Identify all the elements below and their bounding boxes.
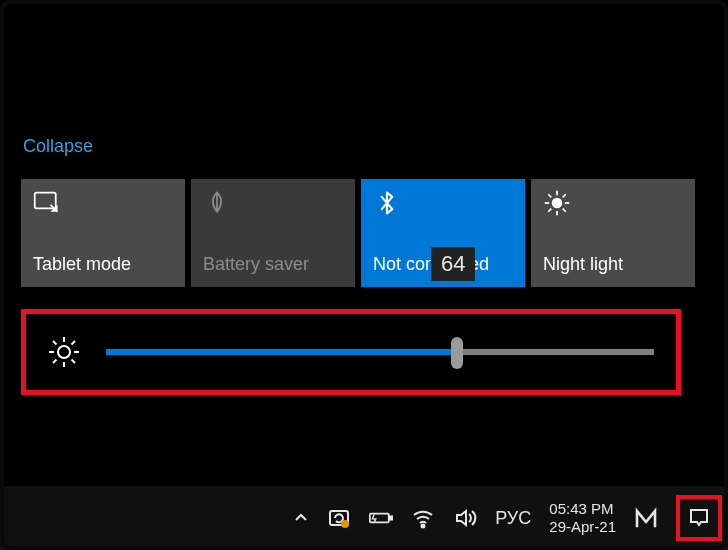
clock[interactable]: 05:43 PM 29-Apr-21 xyxy=(549,500,616,536)
tile-label: Battery saver xyxy=(203,254,309,275)
svg-point-2 xyxy=(553,199,562,208)
svg-line-18 xyxy=(53,360,57,364)
night-light-icon xyxy=(543,189,571,217)
svg-line-16 xyxy=(53,341,57,345)
slider-track-fill xyxy=(106,349,457,355)
sync-icon[interactable] xyxy=(327,506,351,530)
brightness-slider-row xyxy=(21,309,681,395)
brightness-icon xyxy=(48,336,80,368)
svg-line-9 xyxy=(548,209,551,212)
ime-indicator[interactable]: РУС xyxy=(495,508,531,529)
tile-tablet-mode[interactable]: Tablet mode xyxy=(21,179,185,287)
leaf-icon xyxy=(203,189,231,217)
tile-night-light[interactable]: Night light xyxy=(531,179,695,287)
wifi-icon[interactable] xyxy=(411,506,435,530)
quick-action-tiles: Tablet mode Battery saver Not connected … xyxy=(21,179,707,287)
svg-line-19 xyxy=(72,341,76,345)
action-center-icon[interactable] xyxy=(676,495,722,541)
svg-point-21 xyxy=(341,520,349,528)
svg-line-10 xyxy=(563,194,566,197)
bluetooth-icon xyxy=(373,189,401,217)
brightness-slider[interactable] xyxy=(106,349,654,355)
taskbar-tray: РУС 05:43 PM 29-Apr-21 xyxy=(0,486,728,550)
battery-icon[interactable] xyxy=(369,506,393,530)
tile-label: Tablet mode xyxy=(33,254,131,275)
svg-line-8 xyxy=(563,209,566,212)
svg-point-11 xyxy=(58,346,70,358)
action-center-panel: Collapse Tablet mode Battery saver xyxy=(21,136,707,395)
slider-thumb[interactable] xyxy=(451,337,463,369)
svg-line-17 xyxy=(72,360,76,364)
chevron-up-icon[interactable] xyxy=(293,510,309,526)
m-logo-icon[interactable] xyxy=(634,506,658,530)
clock-date: 29-Apr-21 xyxy=(549,518,616,536)
collapse-link[interactable]: Collapse xyxy=(23,136,707,157)
tile-label: Night light xyxy=(543,254,623,275)
svg-line-7 xyxy=(548,194,551,197)
volume-icon[interactable] xyxy=(453,506,477,530)
tablet-icon xyxy=(33,189,61,217)
tile-bluetooth[interactable]: Not connected 64 xyxy=(361,179,525,287)
svg-rect-23 xyxy=(390,516,393,519)
svg-point-24 xyxy=(422,525,425,528)
brightness-tooltip: 64 xyxy=(431,247,475,281)
clock-time: 05:43 PM xyxy=(549,500,616,518)
tile-battery-saver[interactable]: Battery saver xyxy=(191,179,355,287)
